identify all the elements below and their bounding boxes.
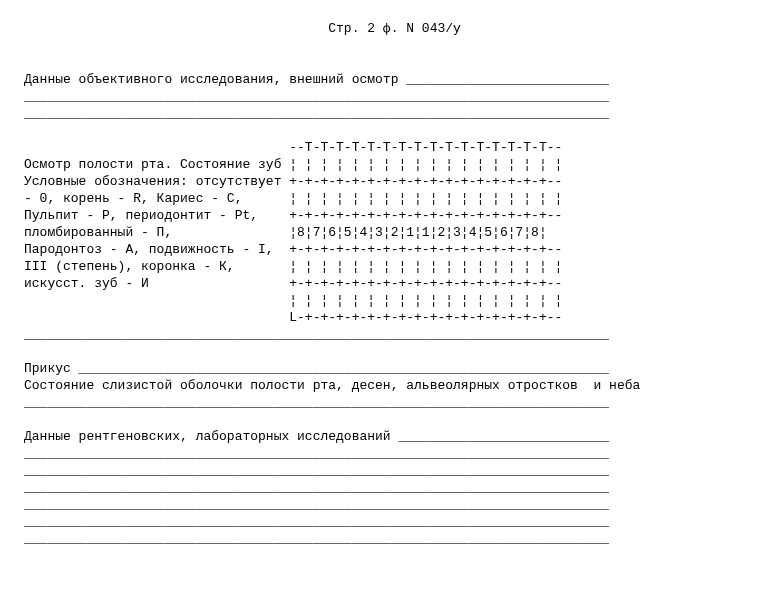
dental-card-page: Стр. 2 ф. N 043/у Данные объективного ис… (0, 0, 760, 567)
